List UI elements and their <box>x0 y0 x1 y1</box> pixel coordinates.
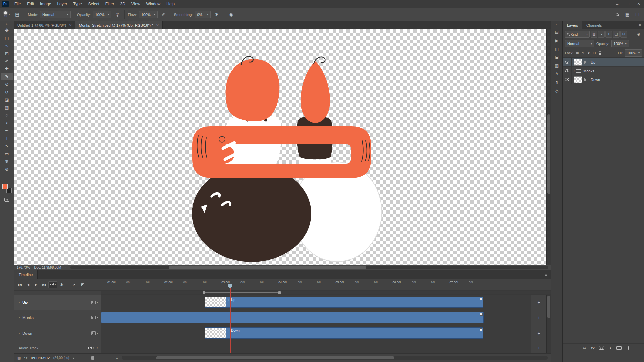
filter-adjustment-layers-icon[interactable]: ◑ <box>598 31 605 38</box>
zoom-out-icon[interactable]: ▲ <box>72 357 74 359</box>
play-button[interactable]: ▶ <box>32 281 40 288</box>
clip-end-badge[interactable] <box>480 313 483 316</box>
clone-stamp-tool[interactable]: ⊙ <box>1 80 13 88</box>
scrollbar-thumb[interactable] <box>156 356 394 359</box>
previous-frame-button[interactable]: ◀ <box>24 281 32 288</box>
panel-tab-channels[interactable]: Channels <box>582 21 606 29</box>
layer-blend-mode-select[interactable]: Normal ▾ <box>565 40 594 47</box>
eraser-tool[interactable]: ◪ <box>1 96 13 104</box>
panel-tab-layers[interactable]: Layers <box>563 21 582 29</box>
mute-audio-button[interactable]: ▾ <box>48 281 57 288</box>
clip-up[interactable]: ›Up <box>205 297 483 308</box>
pressure-size-icon[interactable]: ◉ <box>227 11 235 19</box>
lock-transparency-icon[interactable]: ▦ <box>575 50 580 56</box>
brush-preset-picker[interactable]: 10 ▾ <box>3 11 11 18</box>
dodge-tool[interactable]: ◖ <box>1 119 13 127</box>
pressure-opacity-icon[interactable]: ◎ <box>113 11 121 19</box>
menu-window[interactable]: Window <box>143 0 164 8</box>
lock-position-icon[interactable]: ✥ <box>586 50 591 56</box>
track-lane[interactable]: ›Up <box>101 295 531 310</box>
zoom-tool[interactable]: ⊕ <box>1 165 13 173</box>
filter-kind-select[interactable]: Kind ▾ <box>565 31 590 38</box>
layer-styles-icon[interactable]: fx <box>591 346 595 350</box>
eyedropper-tool[interactable]: ✐ <box>1 57 13 65</box>
status-options-icon[interactable]: › <box>65 266 66 269</box>
layer-filtering-toggle[interactable]: ◉ <box>635 31 642 38</box>
visibility-toggle[interactable] <box>563 58 572 66</box>
filter-type-layers-icon[interactable]: T <box>605 31 612 38</box>
disclosure-icon[interactable]: › <box>228 329 229 333</box>
convert-to-frames-icon[interactable]: ▦ <box>17 356 21 360</box>
rectangle-tool[interactable]: ▭ <box>1 150 13 158</box>
new-adjustment-layer-icon[interactable]: ◑ <box>608 346 612 350</box>
work-area-start-handle[interactable] <box>203 291 205 294</box>
disclosure-icon[interactable]: › <box>228 298 229 302</box>
slider-thumb[interactable] <box>91 356 94 360</box>
audio-options-icon[interactable]: ▾♪ <box>88 346 98 350</box>
move-tool[interactable]: ✥ <box>1 26 13 34</box>
menu-view[interactable]: View <box>128 0 143 8</box>
disclosure-icon[interactable]: › <box>19 316 20 319</box>
workspace-icon[interactable]: ▦ <box>623 11 631 19</box>
canvas-horizontal-scrollbar[interactable] <box>70 266 548 269</box>
actions-panel-icon[interactable]: ▶ <box>553 36 561 45</box>
disclosure-icon[interactable]: › <box>19 300 20 304</box>
layers-panel-menu-icon[interactable]: ≡ <box>635 21 644 29</box>
link-layers-icon[interactable]: ∞ <box>582 346 587 350</box>
scrollbar-thumb[interactable] <box>547 296 550 318</box>
time-ruler[interactable]: 01:00f08f16f02:00f08f16f03:00f08f16f04:0… <box>101 279 551 290</box>
toolbar-collapse-icon[interactable]: » <box>6 22 8 26</box>
filter-smart-objects-icon[interactable]: ⊡ <box>620 31 627 38</box>
clip-end-badge[interactable] <box>480 298 482 300</box>
audio-lane[interactable] <box>101 341 531 353</box>
lock-artboard-icon[interactable]: ❏ <box>592 50 597 56</box>
track-options-icon[interactable]: ▾ <box>91 331 98 335</box>
menu-image[interactable]: Image <box>37 0 54 8</box>
smoothing-select[interactable]: 0% ▾ <box>195 11 211 18</box>
track-lane[interactable] <box>101 310 531 325</box>
work-area-end-handle[interactable] <box>278 291 281 294</box>
histogram-panel-icon[interactable]: ◫ <box>553 45 561 53</box>
timeline-horizontal-scrollbar[interactable] <box>122 356 548 360</box>
opacity-select[interactable]: 100% ▾ <box>93 11 111 18</box>
track-options-icon[interactable]: ▾ <box>91 301 98 304</box>
track-options-icon[interactable]: ▾ <box>91 316 98 319</box>
search-icon[interactable] <box>613 11 621 19</box>
clip-down[interactable]: ›Down <box>205 327 483 339</box>
layer-row-monks[interactable]: ›Monks <box>563 67 644 75</box>
layer-row-down[interactable]: Down <box>563 75 644 84</box>
clip-monks[interactable] <box>101 312 484 323</box>
track-header[interactable]: ›Monks▾ <box>14 310 101 325</box>
menu-select[interactable]: Select <box>85 0 102 8</box>
menu-layer[interactable]: Layer <box>54 0 70 8</box>
timeline-vertical-scrollbar[interactable] <box>546 295 551 353</box>
menu-file[interactable]: File <box>11 0 24 8</box>
filter-pixel-layers-icon[interactable]: ▦ <box>591 31 597 38</box>
canvas-vertical-scrollbar[interactable] <box>546 29 551 265</box>
history-brush-tool[interactable]: ↺ <box>1 88 13 96</box>
screen-mode-button[interactable] <box>1 204 13 212</box>
pen-tool[interactable]: ✒ <box>1 127 13 134</box>
zoom-in-icon[interactable]: ▲ <box>115 356 118 360</box>
visibility-toggle[interactable] <box>563 75 572 84</box>
smoothing-options-icon[interactable]: ✱ <box>213 11 221 19</box>
gradient-tool[interactable]: ▧ <box>1 104 13 111</box>
airbrush-icon[interactable]: ✐ <box>160 11 168 19</box>
disclosure-icon[interactable]: › <box>19 331 20 335</box>
layer-thumbnail[interactable] <box>574 59 582 66</box>
add-layer-mask-icon[interactable] <box>599 346 604 350</box>
hand-tool[interactable]: ✽ <box>1 158 13 165</box>
add-media-button[interactable]: + <box>531 295 546 310</box>
document-tab[interactable]: Untitled-1 @ 66,7% (RGB/8#)✕ <box>14 21 75 29</box>
quick-mask-button[interactable] <box>1 196 13 204</box>
tab-close-icon[interactable]: ✕ <box>69 23 72 27</box>
next-frame-button[interactable]: ▶▮ <box>40 281 48 288</box>
timeline-menu-icon[interactable]: ≡ <box>541 270 551 279</box>
audio-track-header[interactable]: Audio Track▾♪ <box>14 341 101 353</box>
expand-panels-icon[interactable]: « <box>556 22 558 27</box>
3d-panel-icon[interactable]: ◇ <box>553 86 561 95</box>
blend-mode-select[interactable]: Normal ▾ <box>40 11 71 18</box>
maximize-button[interactable]: □ <box>623 0 633 8</box>
add-media-button[interactable]: + <box>531 310 546 325</box>
character-panel-icon[interactable]: A <box>553 70 561 78</box>
